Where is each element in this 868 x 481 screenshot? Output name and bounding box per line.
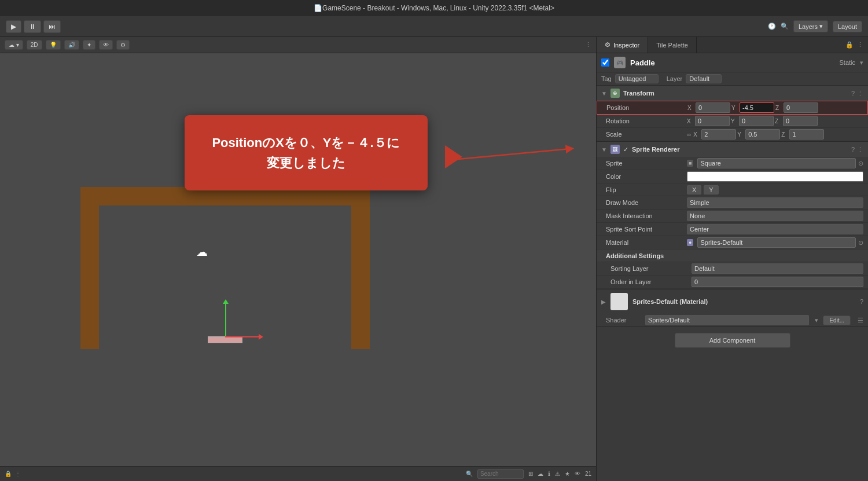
draw-mode-value: Simple <box>687 197 863 208</box>
clock-icon: 🕐 <box>768 23 776 30</box>
color-label: Color <box>606 173 687 180</box>
dots-icon: ⋮ <box>15 471 21 477</box>
sprite-sort-select[interactable]: Center <box>687 224 863 234</box>
scale-y-input[interactable] <box>745 129 780 139</box>
material-label: Material <box>606 239 687 246</box>
color-swatch[interactable] <box>687 171 863 182</box>
inspector-content: 🎮 Paddle Static ▾ Tag Untagged Layer Def… <box>597 53 868 481</box>
material-name: Sprites-Default (Material) <box>632 298 855 305</box>
scene-canvas[interactable]: ☁ PositionのXを０、Yを－４.５に 変更しました <box>0 53 596 466</box>
sprite-sort-row: Sprite Sort Point Center <box>597 223 868 236</box>
scene-audio-btn[interactable]: 🔊 <box>64 40 79 50</box>
play-button[interactable]: ▶ <box>6 20 21 33</box>
shader-input[interactable] <box>645 315 809 325</box>
mask-interaction-select[interactable]: None <box>687 211 863 221</box>
transform-help-icon[interactable]: ? <box>851 90 855 97</box>
sprite-input[interactable] <box>697 158 856 168</box>
layout-button[interactable]: Layout <box>833 21 862 32</box>
material-info: Sprites-Default (Material) <box>632 298 855 305</box>
console-search-input[interactable] <box>477 469 524 479</box>
scale-y-label: Y <box>737 131 744 138</box>
search-icon: 🔍 <box>781 23 789 30</box>
scene-view: ☁ ▾ 2D 💡 🔊 ✦ 👁 ⚙ ⋮ ☁ <box>0 37 596 481</box>
object-name[interactable]: Paddle <box>630 58 834 67</box>
rotation-row: Rotation X Y Z <box>597 115 868 128</box>
tag-select[interactable]: Untagged <box>615 74 659 83</box>
sorting-layer-label: Sorting Layer <box>610 265 692 272</box>
shader-arrow[interactable]: ▾ <box>815 317 818 324</box>
shader-edit-button[interactable]: Edit... <box>823 315 851 325</box>
tag-text: Tag <box>601 75 612 82</box>
step-button[interactable]: ⏭ <box>43 20 61 33</box>
shader-more-icon[interactable]: ☰ <box>858 317 863 324</box>
sr-help-icon[interactable]: ? <box>851 146 855 153</box>
flip-label: Flip <box>606 186 687 193</box>
rotation-label: Rotation <box>606 118 687 124</box>
layer-select[interactable]: Default <box>686 74 722 83</box>
sr-more-icon[interactable]: ⋮ <box>857 146 863 153</box>
cloud-icon-bottom: ☁ <box>538 471 543 477</box>
annotation-overlay: PositionのXを０、Yを－４.５に 変更しました <box>185 115 428 190</box>
material-actions: ? <box>860 298 863 305</box>
rotation-z-input[interactable] <box>783 116 818 126</box>
tab-inspector[interactable]: ⚙ Inspector <box>597 37 648 53</box>
sr-actions: ? ⋮ <box>851 146 863 153</box>
pos-x-label: X <box>687 105 694 111</box>
inspector-tab-label: Inspector <box>613 42 639 49</box>
flip-y-button[interactable]: Y <box>704 185 718 194</box>
sorting-layer-row: Sorting Layer Default <box>597 262 868 276</box>
border-right <box>351 187 370 349</box>
rotation-x-input[interactable] <box>695 116 730 126</box>
position-z-input[interactable] <box>784 102 818 113</box>
scene-fx-btn[interactable]: ✦ <box>83 40 95 50</box>
scene-gizmo-btn[interactable]: ☁ ▾ <box>5 40 23 50</box>
order-in-layer-input[interactable] <box>692 277 863 287</box>
transform-header[interactable]: ▼ ⊕ Transform ? ⋮ <box>597 86 868 101</box>
transform-icon: ⊕ <box>610 89 620 98</box>
dropdown-arrow[interactable]: ▾ <box>860 59 863 67</box>
rotation-values: X Y Z <box>687 116 863 126</box>
sprite-renderer-component: ▼ 🖼 ✓ Sprite Renderer ? ⋮ Sprite ■ ⊙ <box>597 142 868 289</box>
transform-more-icon[interactable]: ⋮ <box>857 90 863 97</box>
scene-light-btn[interactable]: 💡 <box>46 40 61 50</box>
sorting-layer-select[interactable]: Default <box>692 263 863 274</box>
scale-z-input[interactable] <box>789 129 824 139</box>
arrow-right <box>225 336 260 337</box>
search-icon-bottom[interactable]: 🔍 <box>466 471 473 477</box>
draw-mode-select[interactable]: Simple <box>687 197 863 208</box>
annotation-line1: PositionのXを０、Yを－４.５に <box>208 133 404 153</box>
lock-tab-icon[interactable]: 🔒 <box>845 41 854 49</box>
sprite-picker-icon[interactable]: ⊙ <box>858 160 863 167</box>
tile-palette-label: Tile Palette <box>656 42 688 49</box>
scene-hide-btn[interactable]: 👁 <box>99 40 113 50</box>
material-icon <box>610 293 628 310</box>
draw-mode-row: Draw Mode Simple <box>597 196 868 210</box>
scene-more-btn[interactable]: ⚙ <box>116 40 130 50</box>
mask-interaction-label: Mask Interaction <box>606 212 687 219</box>
scene-options-icon[interactable]: ⋮ <box>585 41 591 49</box>
sprite-renderer-header[interactable]: ▼ 🖼 ✓ Sprite Renderer ? ⋮ <box>597 142 868 157</box>
layers-button[interactable]: Layers ▾ <box>793 20 828 32</box>
material-collapse-arrow[interactable]: ▶ <box>601 299 606 305</box>
scene-2d-btn[interactable]: 2D <box>27 40 42 50</box>
border-left <box>80 187 99 349</box>
material-header: ▶ Sprites-Default (Material) ? <box>597 289 868 314</box>
svg-line-1 <box>446 149 570 160</box>
material-help-icon[interactable]: ? <box>860 298 863 305</box>
position-y-input[interactable] <box>740 102 774 113</box>
position-x-input[interactable]: 0 <box>696 102 730 113</box>
pause-button[interactable]: ⏸ <box>24 20 41 33</box>
material-input[interactable] <box>697 237 856 248</box>
add-component-button[interactable]: Add Component <box>675 333 790 348</box>
transform-actions: ? ⋮ <box>851 90 863 97</box>
scale-x-input[interactable] <box>701 129 736 139</box>
more-tab-icon[interactable]: ⋮ <box>857 41 863 49</box>
flip-x-button[interactable]: X <box>687 185 701 194</box>
object-active-checkbox[interactable] <box>601 58 609 67</box>
lock-icon: 🔒 <box>5 471 12 477</box>
tab-tile-palette[interactable]: Tile Palette <box>648 37 697 53</box>
material-picker-icon[interactable]: ⊙ <box>858 239 863 247</box>
rotation-y-input[interactable] <box>739 116 774 126</box>
annotation-line2: 変更しました <box>208 153 404 173</box>
static-label: Static <box>839 59 855 66</box>
